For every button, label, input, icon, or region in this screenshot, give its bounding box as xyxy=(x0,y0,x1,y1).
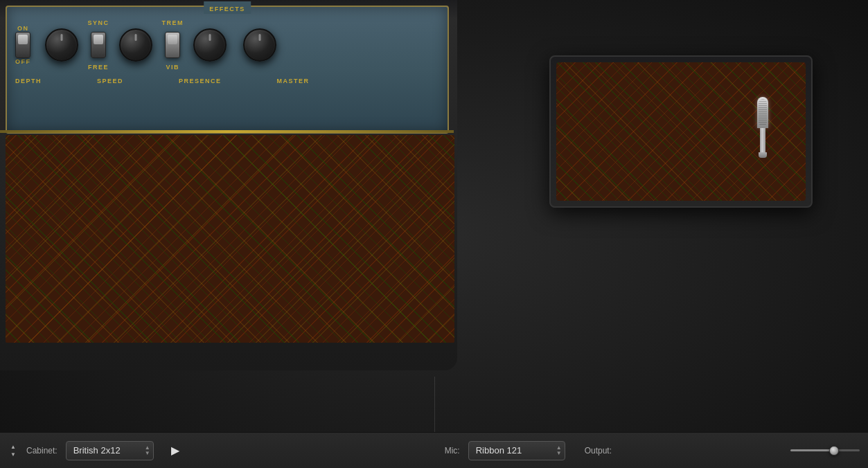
master-bottom-label: MASTER xyxy=(277,78,310,84)
cabinet-stepper[interactable]: ▲ ▼ xyxy=(8,443,18,458)
mic-head xyxy=(757,97,768,128)
grille-border xyxy=(0,130,454,133)
effects-controls: ON OFF SYNC FREE xyxy=(7,7,448,90)
output-slider[interactable] xyxy=(790,449,860,451)
bottom-labels: DEPTH SPEED PRESENCE MASTER xyxy=(15,78,310,84)
cabinet-select[interactable]: British 2x12 American 4x12 Vintage 1x12 … xyxy=(66,441,154,460)
cabinet-label: Cabinet: xyxy=(26,446,57,456)
free-label: FREE xyxy=(88,64,109,71)
divider-line xyxy=(434,377,435,432)
on-off-switch-group: ON OFF xyxy=(15,25,31,65)
trem-group: TREM VIB xyxy=(162,19,184,71)
speed-bottom-label: SPEED xyxy=(97,78,123,84)
sync-toggle[interactable] xyxy=(91,32,106,58)
right-cabinet xyxy=(549,55,813,208)
cabinet-select-wrapper[interactable]: British 2x12 American 4x12 Vintage 1x12 … xyxy=(66,441,154,460)
cabinet-arrow-up[interactable]: ▲ xyxy=(8,443,18,450)
on-off-toggle[interactable] xyxy=(15,32,30,58)
mic-body xyxy=(760,128,765,152)
microphone[interactable] xyxy=(756,97,770,166)
mic-select-wrapper[interactable]: Ribbon 121 Condenser 87 Dynamic 57 Small… xyxy=(468,441,565,460)
output-label: Output: xyxy=(585,446,612,456)
depth-bottom-label: DEPTH xyxy=(15,78,42,84)
bottom-labels-row: DEPTH SPEED PRESENCE MASTER xyxy=(15,78,439,84)
sync-group: SYNC FREE xyxy=(88,19,109,71)
presence-knob[interactable] xyxy=(193,28,227,62)
trem-label: TREM xyxy=(162,19,184,26)
depth-knob[interactable] xyxy=(45,28,78,62)
vib-label: VIB xyxy=(166,64,180,71)
amp-body: EFFECTS ON OFF SYNC FREE xyxy=(0,0,457,370)
master-knob[interactable] xyxy=(243,28,276,62)
bottom-toolbar: ▲ ▼ Cabinet: British 2x12 American 4x12 … xyxy=(0,432,868,468)
sync-label: SYNC xyxy=(88,19,109,26)
mic-label: Mic: xyxy=(445,446,460,456)
grille-pattern xyxy=(6,135,454,343)
effects-panel: EFFECTS ON OFF SYNC FREE xyxy=(6,6,449,134)
off-label: OFF xyxy=(15,58,31,65)
presence-bottom-label: PRESENCE xyxy=(179,78,222,84)
play-button[interactable]: ▶ xyxy=(168,443,183,458)
mic-base xyxy=(759,152,767,158)
master-knob-group xyxy=(243,28,276,62)
speed-knob[interactable] xyxy=(119,28,152,62)
presence-knob-group xyxy=(193,28,227,62)
controls-row: ON OFF SYNC FREE xyxy=(15,19,439,71)
speaker-grille xyxy=(6,135,454,343)
on-label: ON xyxy=(17,25,29,32)
trem-vib-toggle[interactable] xyxy=(165,32,180,58)
depth-knob-group xyxy=(45,28,78,62)
mic-select[interactable]: Ribbon 121 Condenser 87 Dynamic 57 Small… xyxy=(468,441,565,460)
output-slider-container xyxy=(620,449,860,451)
speed-knob-group xyxy=(119,28,152,62)
cabinet-arrow-down[interactable]: ▼ xyxy=(8,451,18,458)
